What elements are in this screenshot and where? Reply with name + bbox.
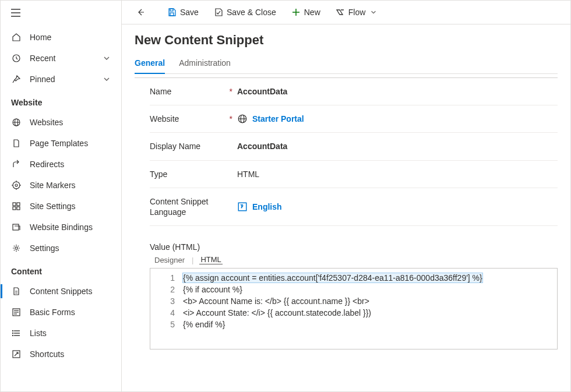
list-icon [11, 328, 22, 338]
svg-rect-31 [170, 13, 174, 16]
nav-site-markers[interactable]: Site Markers [1, 175, 121, 196]
save-button[interactable]: Save [161, 4, 205, 20]
nav-content-snippets[interactable]: Content Snippets [1, 281, 121, 302]
nav-label: Websites [30, 118, 111, 127]
nav-label: Recent [30, 54, 94, 63]
nav-redirects[interactable]: Redirects [1, 154, 121, 175]
page-icon [11, 138, 22, 149]
nav-section-content: Content [1, 259, 121, 281]
tab-administration[interactable]: Administration [179, 54, 231, 73]
globe-icon [11, 117, 22, 128]
nav-label: Home [30, 33, 111, 42]
field-label: Display Name [150, 141, 237, 151]
field-label: Content Snippet Language [150, 196, 237, 217]
code-line-3: <b> Account Name is: </b> {{ account.nam… [183, 295, 555, 307]
editor-tab-designer[interactable]: Designer [153, 256, 186, 264]
nav-website-bindings[interactable]: Website Bindings [1, 217, 121, 238]
main: Save Save & Close New Flow New Content S… [122, 1, 570, 391]
nav-label: Pinned [30, 75, 94, 84]
field-value: AccountData [237, 87, 558, 96]
hamburger-menu[interactable] [1, 1, 121, 27]
form-icon [11, 307, 22, 317]
new-button[interactable]: New [286, 4, 326, 20]
code-body[interactable]: {% assign account = entities.account['f4… [181, 269, 557, 349]
field-value[interactable]: Starter Portal [252, 114, 304, 123]
page-body: New Content Snippet General Administrati… [122, 24, 570, 391]
chevron-down-icon [103, 54, 111, 62]
svg-rect-15 [13, 207, 16, 210]
field-value: AccountData [237, 142, 558, 151]
pin-icon [11, 74, 22, 84]
code-editor[interactable]: 12345 {% assign account = entities.accou… [150, 268, 558, 349]
nav-label: Settings [30, 243, 111, 253]
field-name[interactable]: Name AccountData [150, 78, 558, 105]
value-label: Value (HTML) [150, 242, 558, 252]
command-bar: Save Save & Close New Flow [122, 1, 570, 24]
flow-button[interactable]: Flow [330, 4, 383, 20]
svg-rect-14 [17, 203, 20, 206]
svg-point-8 [15, 184, 17, 186]
field-label: Website [150, 114, 237, 124]
field-label: Name [150, 86, 237, 97]
nav-lists[interactable]: Lists [1, 323, 121, 344]
nav-label: Lists [30, 329, 111, 338]
nav-label: Content Snippets [30, 287, 111, 296]
nav-settings[interactable]: Settings [1, 238, 121, 259]
cmd-label: Save & Close [227, 8, 276, 17]
nav-shortcuts[interactable]: Shortcuts [1, 344, 121, 365]
save-close-icon [214, 8, 223, 17]
svg-rect-13 [13, 203, 16, 206]
plus-icon [291, 8, 301, 17]
cmd-label: Save [180, 8, 199, 17]
nav-section-website: Website [1, 90, 121, 112]
nav-recent[interactable]: Recent [1, 48, 121, 69]
editor-tab-html[interactable]: HTML [199, 255, 222, 264]
field-website[interactable]: Website Starter Portal [150, 105, 558, 133]
page-title: New Content Snippet [135, 33, 558, 48]
home-icon [11, 32, 22, 43]
form-area: Name AccountData Website Starter Portal … [135, 77, 558, 361]
shortcut-icon [11, 349, 22, 359]
code-line-5: {% endif %} [183, 319, 555, 330]
svg-rect-16 [17, 207, 20, 210]
code-line-1: {% assign account = entities.account['f4… [183, 273, 482, 282]
nav-page-templates[interactable]: Page Templates [1, 133, 121, 154]
nav-websites[interactable]: Websites [1, 112, 121, 133]
code-line-4: <i> Account State: </i> {{ account.state… [183, 307, 555, 319]
nav-label: Redirects [30, 160, 111, 169]
nav-label: Site Settings [30, 202, 111, 211]
save-close-button[interactable]: Save & Close [208, 4, 282, 20]
save-icon [167, 8, 177, 17]
cmd-label: Flow [348, 8, 366, 17]
nav-home[interactable]: Home [1, 27, 121, 48]
code-line-2: {% if account %} [183, 284, 555, 295]
nav-label: Page Templates [30, 139, 111, 148]
globe-icon [237, 114, 248, 124]
nav-label: Basic Forms [30, 308, 111, 317]
svg-rect-30 [170, 9, 173, 11]
nav-pinned[interactable]: Pinned [1, 69, 121, 90]
redirect-icon [11, 159, 22, 169]
field-type[interactable]: Type HTML [150, 161, 558, 188]
svg-point-26 [13, 331, 13, 331]
nav-label: Shortcuts [30, 349, 111, 359]
nav-label: Site Markers [30, 181, 111, 190]
back-button[interactable] [130, 4, 151, 20]
svg-point-27 [13, 333, 13, 334]
nav-basic-forms[interactable]: Basic Forms [1, 302, 121, 323]
nav-site-settings[interactable]: Site Settings [1, 196, 121, 217]
field-language[interactable]: Content Snippet Language English [150, 188, 558, 226]
svg-point-7 [13, 182, 20, 189]
snippet-icon [11, 286, 22, 296]
line-gutter: 12345 [150, 269, 181, 349]
sidebar: Home Recent Pinned Website Websites Page… [1, 1, 122, 391]
svg-rect-17 [13, 224, 19, 230]
svg-point-28 [13, 336, 13, 336]
svg-point-18 [15, 247, 17, 249]
tab-general[interactable]: General [135, 54, 165, 73]
cmd-label: New [304, 8, 320, 17]
back-arrow-icon [136, 8, 145, 17]
field-display-name[interactable]: Display Name AccountData [150, 133, 558, 160]
chevron-down-icon [370, 9, 377, 16]
field-value[interactable]: English [252, 202, 282, 211]
